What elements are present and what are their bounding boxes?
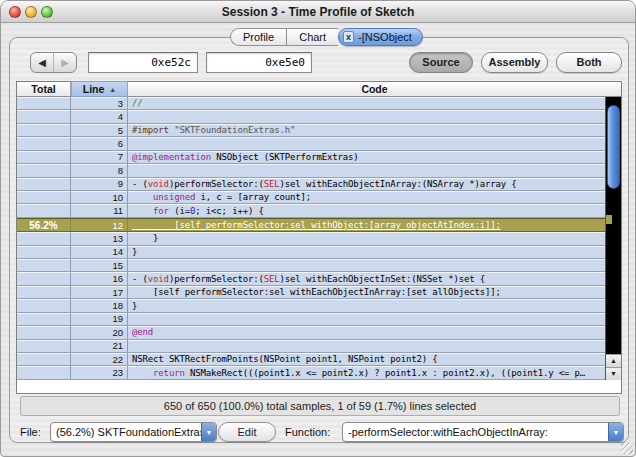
table-row-line-14[interactable]: 14} bbox=[17, 246, 605, 259]
line-number-cell: 12 bbox=[71, 219, 128, 231]
code-cell: #import "SKTFoundationExtras.h" bbox=[128, 124, 605, 136]
code-cell: @end bbox=[128, 326, 605, 338]
close-window-icon[interactable] bbox=[9, 6, 21, 18]
total-cell bbox=[17, 137, 71, 149]
tab-label: -[NSObject bbox=[358, 29, 412, 46]
total-cell bbox=[17, 286, 71, 298]
function-popup[interactable]: -performSelector:withEachObjectInArray: … bbox=[342, 422, 624, 442]
table-row-line-20[interactable]: 20@end bbox=[17, 326, 605, 339]
tab-chart[interactable]: Chart bbox=[286, 28, 338, 46]
line-number-cell: 6 bbox=[71, 137, 128, 149]
function-label: Function: bbox=[285, 426, 330, 438]
code-table-body: 3//45#import "SKTFoundationExtras.h"67@i… bbox=[17, 97, 605, 380]
file-label: File: bbox=[20, 426, 41, 438]
scroll-down-icon[interactable]: ▼ bbox=[606, 367, 621, 380]
code-cell bbox=[128, 137, 605, 149]
address-start-field[interactable] bbox=[88, 52, 198, 73]
tab-bar: Profile Chart x -[NSObject bbox=[230, 28, 423, 46]
back-button[interactable]: ◀ bbox=[31, 53, 54, 72]
tab-profile[interactable]: Profile bbox=[230, 28, 286, 46]
total-cell bbox=[17, 366, 71, 378]
resize-grip[interactable] bbox=[621, 442, 633, 454]
sort-ascending-icon: ▲ bbox=[109, 86, 116, 93]
total-cell bbox=[17, 204, 71, 216]
table-header: Total Line ▲ Code bbox=[17, 82, 621, 97]
close-tab-icon[interactable]: x bbox=[343, 31, 354, 43]
both-view-button[interactable]: Both bbox=[556, 52, 622, 73]
line-number-cell: 22 bbox=[71, 353, 128, 365]
table-row-line-22[interactable]: 22NSRect SKTRectFromPoints(NSPoint point… bbox=[17, 353, 605, 366]
code-cell: [self performSelector:sel withObject:[ar… bbox=[128, 219, 605, 231]
history-nav-control: ◀ ▶ bbox=[30, 52, 77, 73]
total-cell bbox=[17, 326, 71, 338]
table-row-line-19[interactable]: 19 bbox=[17, 313, 605, 326]
file-popup-value: (56.2%) SKTFoundationExtras bbox=[51, 426, 201, 438]
code-cell: } bbox=[128, 246, 605, 258]
column-header-total[interactable]: Total bbox=[17, 82, 71, 96]
main-panel: ◀ ▶ Source Assembly Both Total Line ▲ Co… bbox=[9, 37, 629, 443]
table-row-line-13[interactable]: 13 } bbox=[17, 232, 605, 245]
table-row-line-18[interactable]: 18} bbox=[17, 299, 605, 312]
table-row-line-10[interactable]: 10 unsigned i, c = [array count]; bbox=[17, 191, 605, 204]
table-row-line-3[interactable]: 3// bbox=[17, 97, 605, 110]
code-cell: } bbox=[128, 299, 605, 311]
total-cell bbox=[17, 97, 71, 109]
table-row-line-7[interactable]: 7@implementation NSObject (SKTPerformExt… bbox=[17, 151, 605, 164]
popup-arrow-icon: ▼ bbox=[201, 423, 216, 441]
code-cell: for (i=0; i<c; i++) { bbox=[128, 204, 605, 216]
table-row-line-4[interactable]: 4 bbox=[17, 110, 605, 123]
code-cell: unsigned i, c = [array count]; bbox=[128, 191, 605, 203]
column-header-line[interactable]: Line ▲ bbox=[71, 81, 128, 97]
table-row-line-11[interactable]: 11 for (i=0; i<c; i++) { bbox=[17, 204, 605, 217]
total-cell bbox=[17, 191, 71, 203]
window-title: Session 3 - Time Profile of Sketch bbox=[61, 1, 575, 23]
line-number-cell: 4 bbox=[71, 110, 128, 122]
line-number-cell: 8 bbox=[71, 164, 128, 176]
total-cell bbox=[17, 178, 71, 190]
minimize-window-icon[interactable] bbox=[25, 6, 37, 18]
code-cell: - (void)performSelector:(SEL)sel withEac… bbox=[128, 178, 605, 190]
code-cell: @implementation NSObject (SKTPerformExtr… bbox=[128, 151, 605, 163]
line-number-cell: 10 bbox=[71, 191, 128, 203]
tab-nsobject-active[interactable]: x -[NSObject bbox=[338, 28, 423, 46]
table-row-line-5[interactable]: 5#import "SKTFoundationExtras.h" bbox=[17, 124, 605, 137]
table-row-line-12[interactable]: 56.2%12 [self performSelector:sel withOb… bbox=[17, 218, 605, 232]
zoom-window-icon[interactable] bbox=[41, 6, 53, 18]
total-cell: 56.2% bbox=[17, 219, 71, 231]
table-row-line-8[interactable]: 8 bbox=[17, 164, 605, 177]
table-empty-area bbox=[17, 380, 621, 393]
status-bar: 650 of 650 (100.0%) total samples, 1 of … bbox=[20, 396, 620, 416]
code-cell: - (void)performSelector:(SEL)sel withEac… bbox=[128, 272, 605, 284]
line-number-cell: 7 bbox=[71, 151, 128, 163]
file-popup[interactable]: (56.2%) SKTFoundationExtras ▼ bbox=[50, 422, 217, 442]
total-cell bbox=[17, 151, 71, 163]
table-row-line-16[interactable]: 16- (void)performSelector:(SEL)sel withE… bbox=[17, 272, 605, 285]
edit-button[interactable]: Edit bbox=[218, 422, 276, 442]
total-cell bbox=[17, 259, 71, 271]
line-number-cell: 23 bbox=[71, 366, 128, 378]
address-end-field[interactable] bbox=[206, 52, 312, 73]
total-cell bbox=[17, 124, 71, 136]
scrollbar-track[interactable] bbox=[606, 97, 621, 354]
table-row-line-6[interactable]: 6 bbox=[17, 137, 605, 150]
table-body-wrap: 3//45#import "SKTFoundationExtras.h"67@i… bbox=[17, 97, 621, 380]
table-row-line-21[interactable]: 21 bbox=[17, 340, 605, 353]
table-row-line-15[interactable]: 15 bbox=[17, 259, 605, 272]
table-row-line-9[interactable]: 9- (void)performSelector:(SEL)sel withEa… bbox=[17, 178, 605, 191]
source-view-button[interactable]: Source bbox=[409, 52, 473, 73]
code-cell bbox=[128, 313, 605, 325]
total-cell bbox=[17, 299, 71, 311]
table-row-line-17[interactable]: 17 [self performSelector:sel withEachObj… bbox=[17, 286, 605, 299]
selected-line-marker bbox=[606, 215, 612, 224]
assembly-view-button[interactable]: Assembly bbox=[481, 52, 548, 73]
line-number-cell: 20 bbox=[71, 326, 128, 338]
line-number-cell: 5 bbox=[71, 124, 128, 136]
code-cell bbox=[128, 340, 605, 352]
line-number-cell: 13 bbox=[71, 232, 128, 244]
scroll-up-icon[interactable]: ▲ bbox=[606, 354, 621, 367]
table-row-line-23[interactable]: 23 return NSMakeRect(((point1.x <= point… bbox=[17, 366, 605, 379]
scrollbar-thumb[interactable] bbox=[607, 105, 620, 189]
code-cell: NSRect SKTRectFromPoints(NSPoint point1,… bbox=[128, 353, 605, 365]
forward-button[interactable]: ▶ bbox=[54, 53, 76, 72]
column-header-code[interactable]: Code bbox=[128, 82, 621, 96]
